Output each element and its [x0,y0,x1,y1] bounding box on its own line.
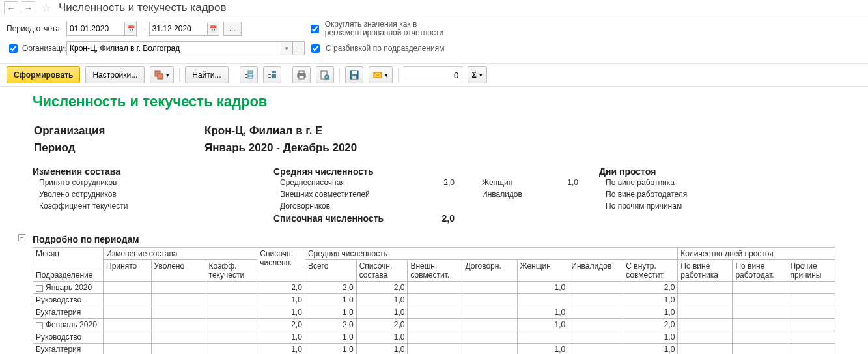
cell [568,306,623,319]
row-label: Бухгалтерия [36,308,81,317]
th-idle-org: По вине работодат. [733,260,787,282]
collapse-all-icon[interactable] [263,66,281,83]
cell: 2,0 [305,319,356,331]
round-checkbox[interactable] [311,25,319,33]
cell [568,331,623,344]
row-label: Руководство [36,332,81,342]
summary-idle-org-label: По вине работодателя [606,190,741,199]
sum-icon[interactable]: Σ▾ [468,66,487,83]
meta-org-value: Крон-Ц, Филиал в г. Е [204,123,357,139]
date-to-input[interactable] [149,22,208,36]
cell: 1,0 [257,294,305,306]
svg-rect-1 [158,74,163,79]
date-separator: – [141,24,145,33]
cell: 2,0 [623,282,678,294]
meta-period-label: Период [34,140,203,156]
row-expand-icon[interactable]: − [36,322,43,329]
summary-ext-label: Внешних совместителей [280,190,455,199]
th-internal: С внутр. совместит. [623,260,678,282]
cell: 1,0 [623,306,678,319]
summary-contract-label: Договорников [280,201,455,211]
cell [462,282,517,294]
cell: 1,0 [356,306,408,319]
row-label: Январь 2020 [46,283,92,292]
print-preview-icon[interactable] [316,66,334,83]
cell [462,294,517,306]
cell [678,306,733,319]
cell [787,306,835,319]
expand-all-icon[interactable] [240,66,258,83]
summary-list-count-label: Списочная численность [273,213,422,224]
cell [787,294,835,306]
cell: 1,0 [356,344,408,354]
settings-button[interactable]: Настройки... [85,66,145,83]
cell: 2,0 [257,319,305,331]
svg-rect-2 [245,72,247,72]
org-checkbox[interactable] [9,44,18,53]
find-button[interactable]: Найти... [185,66,228,83]
print-icon[interactable] [292,66,311,83]
cell: 1,0 [517,344,568,354]
org-dropdown-icon[interactable]: ▾ [281,41,293,55]
cell [408,344,462,354]
th-women: Женщин [517,260,568,282]
svg-rect-6 [248,74,253,76]
cell [206,282,257,294]
cell [206,319,257,331]
tree-collapse-icon[interactable]: − [18,234,25,241]
summary-col2-heading: Средняя численность [273,166,456,177]
summary-col1-heading: Изменения состава [33,166,254,177]
cell [733,331,787,344]
settings-variants-icon[interactable]: ▾ [150,66,174,83]
cell [462,344,517,354]
svg-rect-7 [248,76,253,78]
th-list-count: Списочн. численн. [257,248,305,269]
format-button[interactable]: Сформировать [7,66,80,83]
cell [104,319,152,331]
date-from-calendar-icon[interactable]: 📅 [125,22,137,36]
cell [733,282,787,294]
cell: 2,0 [623,319,678,331]
date-to-calendar-icon[interactable]: 📅 [208,22,219,36]
row-expand-icon[interactable]: − [36,285,43,292]
email-icon[interactable]: ▾ [369,66,393,83]
cell: 1,0 [356,294,408,306]
table-row[interactable]: −Февраль 20202,02,02,01,02,0 [33,319,835,331]
table-row[interactable]: Бухгалтерия1,01,01,01,01,0 [33,306,835,319]
period-more-button[interactable]: ... [223,22,242,36]
favorite-star-icon[interactable]: ☆ [38,2,55,14]
th-contract: Договорн. [462,260,517,282]
cell [206,331,257,344]
nav-back-button[interactable]: ← [4,1,18,14]
cell [568,294,623,306]
save-icon[interactable] [345,66,363,83]
th-idle-emp: По вине работника [678,260,733,282]
summary-idle-heading: Дни простоя [599,166,742,177]
org-input[interactable] [66,41,281,55]
summary-women-value: 1,0 [546,178,578,187]
cell [678,344,733,354]
cell [151,331,206,344]
row-label: Бухгалтерия [36,345,81,354]
table-row[interactable]: Руководство1,01,01,01,0 [33,331,835,344]
svg-rect-9 [268,74,271,75]
th-month: Месяц [33,248,104,269]
summary-disabled-label: Инвалидов [482,190,578,199]
cell [787,344,835,354]
table-row[interactable]: Руководство1,01,01,01,0 [33,294,835,306]
cell: 1,0 [517,306,568,319]
table-row[interactable]: Бухгалтерия1,01,01,01,01,0 [33,344,835,354]
nav-forward-button[interactable]: → [21,1,35,14]
cell [408,282,462,294]
cell [733,344,787,354]
page-title: Численность и текучесть кадров [57,1,227,14]
summary-women-label: Женщин [482,178,546,187]
value-input[interactable] [404,66,462,83]
summary-idle-other-label: По прочим причинам [606,201,741,211]
svg-rect-21 [352,71,357,74]
org-select-icon[interactable]: ⋯ [293,41,305,55]
cell: 1,0 [257,344,305,354]
by-dept-checkbox[interactable] [311,44,320,53]
date-from-input[interactable] [66,22,125,36]
table-row[interactable]: −Январь 20202,02,02,01,02,0 [33,282,835,294]
